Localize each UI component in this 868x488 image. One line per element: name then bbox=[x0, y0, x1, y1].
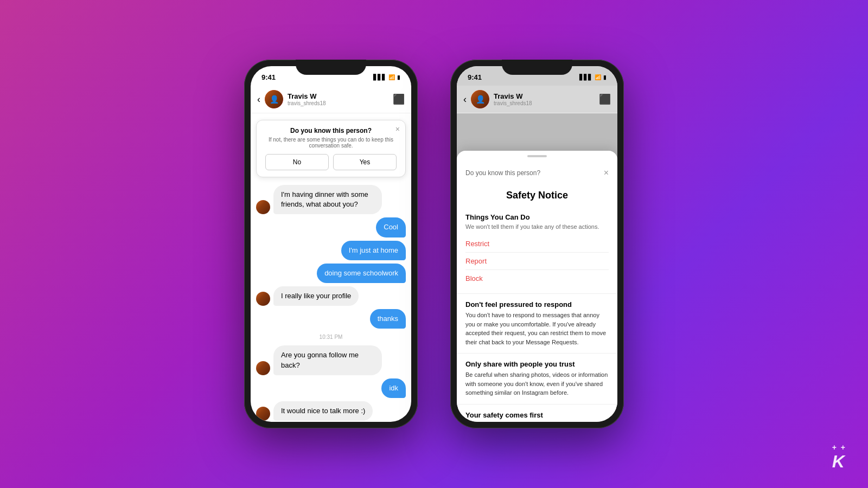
screen-2: 9:41 ▋▋▋ 📶 ▮ ‹ 👤 Travis W travis_ bbox=[457, 66, 617, 422]
battery-icon: ▮ bbox=[397, 74, 400, 80]
know-popup-title: Do you know this person? bbox=[265, 127, 397, 134]
only-share-title: Only share with people you trust bbox=[465, 360, 609, 368]
back-button-2[interactable]: ‹ bbox=[463, 94, 467, 105]
status-icons-1: ▋▋▋ 📶 ▮ bbox=[373, 74, 400, 80]
your-safety-title: Your safety comes first bbox=[465, 411, 609, 419]
only-share-section: Only share with people you trust Be care… bbox=[457, 354, 617, 404]
signal-icon: ▋▋▋ bbox=[373, 74, 386, 80]
message-row-6: thanks bbox=[256, 309, 406, 329]
watermark-dots: + + bbox=[832, 443, 846, 452]
message-row-2: Cool bbox=[256, 217, 406, 237]
message-row-1: I'm having dinner with some friends, wha… bbox=[256, 185, 406, 214]
phone-2: 9:41 ▋▋▋ 📶 ▮ ‹ 👤 Travis W travis_ bbox=[450, 60, 624, 428]
no-button[interactable]: No bbox=[265, 154, 329, 170]
video-icon-1[interactable]: ⬛ bbox=[393, 93, 405, 105]
screen-1: 9:41 ▋▋▋ 📶 ▮ ‹ 👤 Travis W travis_ bbox=[251, 66, 411, 422]
know-popup-buttons: No Yes bbox=[265, 154, 397, 170]
notch-2 bbox=[502, 60, 572, 75]
yes-button[interactable]: Yes bbox=[333, 154, 397, 170]
header-bar-2: ‹ 👤 Travis W travis_shreds18 ⬛ bbox=[457, 86, 617, 113]
close-sheet-button[interactable]: × bbox=[604, 168, 609, 178]
avatar-msg-3 bbox=[256, 361, 270, 375]
report-action[interactable]: Report bbox=[465, 253, 609, 270]
signal-icon-2: ▋▋▋ bbox=[579, 74, 592, 80]
do-you-know-text: Do you know this person? bbox=[465, 169, 540, 177]
bubble-received-2: I really like your profile bbox=[273, 286, 359, 306]
close-popup-button[interactable]: × bbox=[395, 125, 400, 133]
contact-info-1: Travis W travis_shreds18 bbox=[288, 92, 388, 106]
video-icon-2[interactable]: ⬛ bbox=[599, 93, 611, 105]
no-pressure-text: You don't have to respond to messages th… bbox=[465, 311, 609, 346]
bubble-received-1: I'm having dinner with some friends, wha… bbox=[273, 185, 382, 214]
know-popup: × Do you know this person? If not, there… bbox=[256, 120, 406, 177]
bubble-sent-2: I'm just at home bbox=[341, 241, 406, 260]
bubble-sent-4: thanks bbox=[370, 309, 406, 329]
block-action[interactable]: Block bbox=[465, 270, 609, 287]
do-you-know-header: Do you know this person? × bbox=[457, 163, 617, 182]
watermark-k: K bbox=[832, 452, 846, 472]
message-row-4: doing some schoolwork bbox=[256, 264, 406, 283]
contact-username-2: travis_shreds18 bbox=[494, 100, 595, 106]
time-2: 9:41 bbox=[468, 73, 482, 81]
safety-title: Safety Notice bbox=[457, 182, 617, 207]
time-1: 9:41 bbox=[261, 73, 276, 81]
battery-icon-2: ▮ bbox=[603, 74, 607, 80]
phones-container: 9:41 ▋▋▋ 📶 ▮ ‹ 👤 Travis W travis_ bbox=[244, 60, 624, 428]
avatar-msg-4 bbox=[256, 407, 270, 421]
contact-username-1: travis_shreds18 bbox=[288, 100, 388, 106]
bubble-received-3: Are you gonna follow me back? bbox=[273, 345, 382, 375]
status-icons-2: ▋▋▋ 📶 ▮ bbox=[579, 74, 607, 80]
wifi-icon: 📶 bbox=[388, 74, 395, 80]
no-pressure-title: Don't feel pressured to respond bbox=[465, 300, 609, 309]
know-popup-text: If not, there are some things you can do… bbox=[265, 137, 397, 149]
contact-info-2: Travis W travis_shreds18 bbox=[494, 92, 595, 106]
bubble-sent-1: Cool bbox=[376, 217, 406, 237]
chat-area-1: × Do you know this person? If not, there… bbox=[251, 113, 411, 422]
message-row-7: Are you gonna follow me back? bbox=[256, 345, 406, 375]
no-pressure-section: Don't feel pressured to respond You don'… bbox=[457, 294, 617, 354]
message-row-9: It would nice to talk more :) bbox=[256, 401, 406, 421]
back-button-1[interactable]: ‹ bbox=[257, 94, 260, 105]
message-row-3: I'm just at home bbox=[256, 241, 406, 260]
header-bar-1: ‹ 👤 Travis W travis_shreds18 ⬛ bbox=[251, 86, 411, 113]
wifi-icon-2: 📶 bbox=[595, 74, 601, 80]
things-subtitle: We won't tell them if you take any of th… bbox=[465, 223, 609, 230]
things-title: Things You Can Do bbox=[465, 213, 609, 221]
bubble-received-4: It would nice to talk more :) bbox=[273, 401, 373, 421]
bubble-sent-5: idk bbox=[381, 378, 406, 398]
avatar-image-1: 👤 bbox=[265, 90, 283, 108]
your-safety-section: Your safety comes first If someone asks … bbox=[457, 404, 617, 422]
timestamp-1: 10:31 PM bbox=[256, 334, 406, 340]
message-row-8: idk bbox=[256, 378, 406, 398]
avatar-2: 👤 bbox=[471, 90, 489, 108]
sheet-handle bbox=[527, 155, 547, 157]
notch-1 bbox=[296, 60, 366, 75]
safety-sheet: Do you know this person? × Safety Notice… bbox=[457, 151, 617, 422]
things-section: Things You Can Do We won't tell them if … bbox=[457, 207, 617, 294]
avatar-msg-1 bbox=[256, 200, 270, 214]
contact-name-2: Travis W bbox=[494, 92, 595, 100]
avatar-image-2: 👤 bbox=[471, 90, 489, 108]
your-safety-text: If someone asks to move your conversatio… bbox=[465, 421, 609, 422]
avatar-msg-2 bbox=[256, 292, 270, 306]
message-row-5: I really like your profile bbox=[256, 286, 406, 306]
bubble-sent-3: doing some schoolwork bbox=[317, 264, 406, 283]
restrict-action[interactable]: Restrict bbox=[465, 235, 609, 253]
avatar-1: 👤 bbox=[265, 90, 283, 108]
phone-1: 9:41 ▋▋▋ 📶 ▮ ‹ 👤 Travis W travis_ bbox=[244, 60, 418, 428]
watermark: + + K bbox=[832, 443, 846, 472]
contact-name-1: Travis W bbox=[288, 92, 388, 100]
only-share-text: Be careful when sharing photos, videos o… bbox=[465, 370, 609, 397]
